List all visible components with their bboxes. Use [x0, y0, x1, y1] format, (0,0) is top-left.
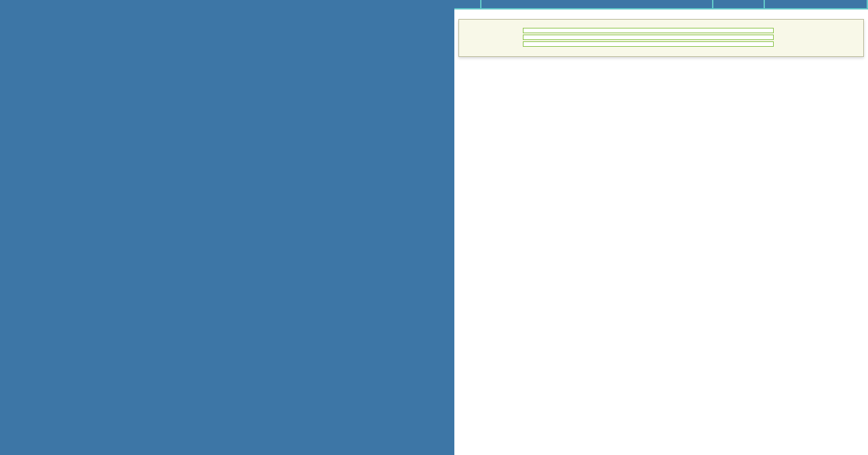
detail-label-artist — [467, 29, 523, 32]
header-id[interactable] — [454, 0, 481, 8]
header-year[interactable] — [713, 0, 765, 8]
detail-label-title — [467, 36, 523, 39]
detail-value-artist[interactable] — [523, 28, 774, 33]
detail-value-title[interactable] — [523, 35, 774, 40]
detail-label-genre — [467, 43, 523, 45]
left-title-panel — [0, 0, 454, 455]
header-title[interactable] — [481, 0, 713, 8]
row-details-panel — [458, 19, 864, 57]
datagrid-panel — [454, 0, 868, 455]
datagrid[interactable] — [454, 0, 868, 57]
detail-value-genre[interactable] — [523, 41, 774, 47]
datagrid-header — [454, 0, 868, 9]
header-soundtrack[interactable] — [765, 0, 868, 8]
